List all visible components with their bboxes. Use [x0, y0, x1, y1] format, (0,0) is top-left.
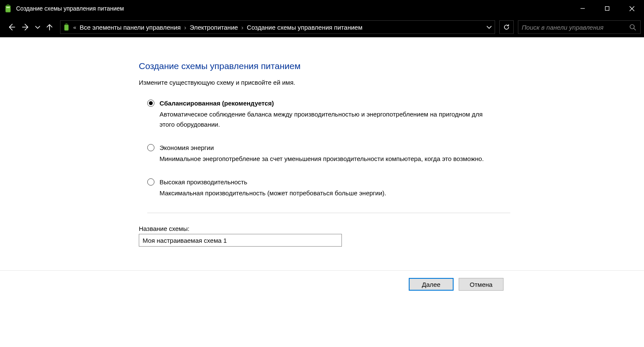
- svg-rect-4: [605, 7, 609, 11]
- plan-label[interactable]: Экономия энергии: [160, 144, 214, 151]
- plan-option-balanced: Сбалансированная (рекомендуется) Автомат…: [147, 100, 504, 130]
- plan-name-input[interactable]: [139, 234, 342, 247]
- radio-balanced[interactable]: [147, 100, 154, 107]
- chevron-down-icon: [35, 24, 41, 30]
- svg-line-10: [634, 28, 636, 30]
- search-input[interactable]: [522, 24, 628, 31]
- navbar: « Все элементы панели управления › Элект…: [0, 17, 644, 37]
- svg-rect-2: [6, 7, 10, 8]
- plan-name-label: Название схемы:: [139, 225, 504, 232]
- window-title: Создание схемы управления питанием: [16, 5, 570, 12]
- plan-option-power-saver: Экономия энергии Минимальное энергопотре…: [147, 144, 504, 164]
- chevron-right-icon[interactable]: ›: [184, 24, 186, 31]
- maximize-button[interactable]: [595, 0, 619, 17]
- breadcrumb-item-1[interactable]: Электропитание: [190, 24, 238, 31]
- footer-buttons: Далее Отмена: [409, 278, 504, 291]
- search-box: [518, 20, 641, 34]
- svg-rect-7: [64, 25, 69, 31]
- breadcrumb-overflow[interactable]: «: [73, 24, 76, 31]
- page-title: Создание схемы управления питанием: [139, 61, 504, 71]
- arrow-left-icon: [7, 23, 16, 31]
- refresh-icon: [503, 24, 510, 31]
- window-icon: [0, 4, 16, 13]
- refresh-button[interactable]: [499, 20, 514, 34]
- search-button[interactable]: [628, 23, 637, 31]
- window-controls: [570, 0, 644, 17]
- plan-description: Максимальная производительность (может п…: [160, 188, 494, 198]
- titlebar: Создание схемы управления питанием: [0, 0, 644, 17]
- radio-high-performance[interactable]: [147, 178, 154, 186]
- svg-rect-8: [66, 23, 68, 25]
- minimize-icon: [580, 6, 585, 11]
- chevron-down-icon[interactable]: [486, 24, 492, 30]
- address-bar[interactable]: « Все элементы панели управления › Элект…: [60, 20, 495, 34]
- minimize-button[interactable]: [570, 0, 595, 17]
- chevron-right-icon[interactable]: ›: [241, 24, 243, 31]
- plan-name-section: Название схемы:: [139, 225, 504, 247]
- back-button[interactable]: [5, 20, 18, 34]
- footer-separator: [0, 270, 644, 271]
- cancel-button[interactable]: Отмена: [459, 278, 504, 291]
- breadcrumb-item-0[interactable]: Все элементы панели управления: [80, 24, 181, 31]
- recent-locations-button[interactable]: [34, 20, 41, 34]
- arrow-right-icon: [22, 23, 30, 31]
- search-icon: [629, 24, 636, 31]
- svg-rect-1: [7, 4, 9, 6]
- plan-label[interactable]: Высокая производительность: [160, 178, 247, 186]
- arrow-up-icon: [46, 23, 53, 31]
- plan-label[interactable]: Сбалансированная (рекомендуется): [160, 100, 274, 107]
- battery-icon: [63, 23, 70, 31]
- maximize-icon: [605, 6, 610, 11]
- plan-list: Сбалансированная (рекомендуется) Автомат…: [147, 100, 504, 213]
- plan-description: Минимальное энергопотребление за счет ум…: [160, 154, 494, 164]
- page-instruction: Измените существующую схему и присвойте …: [139, 79, 504, 86]
- separator: [147, 213, 510, 213]
- next-button[interactable]: Далее: [409, 278, 454, 291]
- content-area: Создание схемы управления питанием Измен…: [0, 37, 644, 347]
- radio-power-saver[interactable]: [147, 144, 154, 151]
- svg-rect-0: [6, 6, 11, 12]
- close-button[interactable]: [619, 0, 644, 17]
- up-button[interactable]: [43, 20, 56, 34]
- plan-description: Автоматическое соблюдение баланса между …: [160, 109, 494, 130]
- close-icon: [629, 6, 635, 11]
- plan-option-high-performance: Высокая производительность Максимальная …: [147, 178, 504, 198]
- forward-button[interactable]: [19, 20, 32, 34]
- breadcrumb-item-2[interactable]: Создание схемы управления питанием: [247, 24, 362, 31]
- battery-icon: [4, 4, 12, 13]
